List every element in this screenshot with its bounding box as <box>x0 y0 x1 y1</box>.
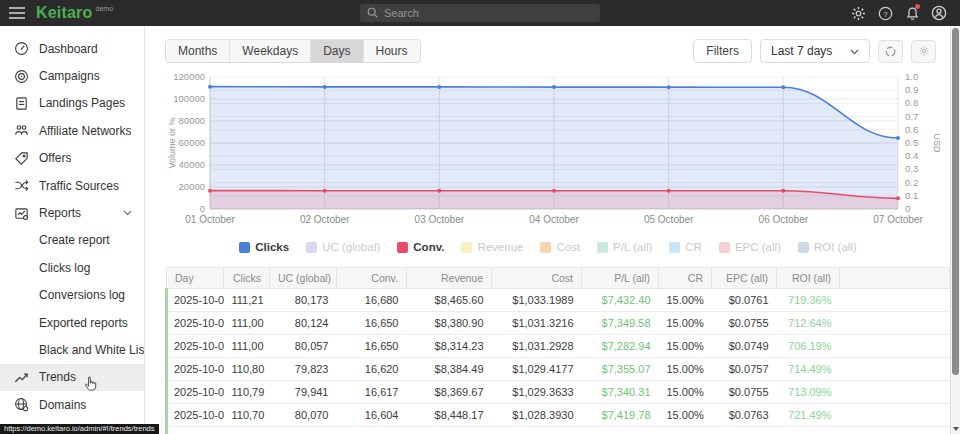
legend-item-clicks[interactable]: Clicks <box>239 241 289 253</box>
cell-epc-all: $0.0757 <box>712 358 777 381</box>
cell-cr: 15.00% <box>659 427 712 434</box>
account-icon[interactable] <box>930 4 948 22</box>
cell-roi-all: 719.36% <box>777 289 840 312</box>
legend-item-conv[interactable]: Conv. <box>397 241 444 253</box>
legend-swatch <box>540 242 551 253</box>
cell-day: 2025-10-06 <box>167 404 224 427</box>
cell-epc-all: $0.0749 <box>712 335 777 358</box>
table-header-row: DayClicksUC (global)Conv.RevenueCostP/L … <box>167 268 950 289</box>
table-row[interactable]: 2025-10-05110,7979,94116,617$8,369.67$1,… <box>167 381 950 404</box>
sidebar-item-traffic-sources[interactable]: Traffic Sources <box>0 172 144 199</box>
sidebar-item-campaigns[interactable]: Campaigns <box>0 62 144 89</box>
cell-day: 2025-10-04 <box>167 358 224 381</box>
scrollbar-down-arrow[interactable] <box>953 427 959 431</box>
logo[interactable]: Keitaro demo <box>36 0 113 26</box>
vertical-scrollbar[interactable] <box>950 26 960 434</box>
campaigns-icon <box>13 68 29 84</box>
cell-uc-global: 46,457 <box>270 427 337 434</box>
cell-epc-all: $0.0763 <box>712 404 777 427</box>
cell-clicks: 110,80 <box>224 358 270 381</box>
sidebar-item-black-and-white-lists[interactable]: Black and White Lists <box>0 336 144 363</box>
sidebar-item-landings-pages[interactable]: Landings Pages <box>0 90 144 117</box>
sidebar-item-label: Domains <box>39 398 86 412</box>
sidebar-item-clicks-log[interactable]: Clicks log <box>0 254 144 281</box>
search-box[interactable] <box>360 4 600 22</box>
toolbar: MonthsWeekdaysDaysHours Filters Last 7 d… <box>165 39 936 63</box>
svg-text:0.6: 0.6 <box>905 124 918 135</box>
menu-icon[interactable] <box>0 0 34 26</box>
chevron-down-icon <box>850 44 859 58</box>
column-header-p-l-all[interactable]: P/L (all) <box>582 268 659 289</box>
trends-icon <box>13 369 29 385</box>
column-header-cost[interactable]: Cost <box>492 268 582 289</box>
date-range-select[interactable]: Last 7 days <box>760 39 870 63</box>
cell-cost: $1,031.2928 <box>492 335 582 358</box>
cell-filler <box>840 289 950 312</box>
filters-button[interactable]: Filters <box>693 39 752 63</box>
tab-weekdays[interactable]: Weekdays <box>230 40 311 62</box>
sidebar-menu: DashboardCampaignsLandings PagesAffiliat… <box>0 35 144 418</box>
tab-hours[interactable]: Hours <box>364 40 420 62</box>
tab-months[interactable]: Months <box>166 40 230 62</box>
sidebar-item-label: Trends <box>39 370 76 384</box>
legend-label: Revenue <box>477 241 523 253</box>
legend-item-p-l-all[interactable]: P/L (all) <box>597 241 652 253</box>
table-row[interactable]: 2025-10-06110,7080,07016,604$8,448.17$1,… <box>167 404 950 427</box>
cell-conv: 16,617 <box>337 381 407 404</box>
legend-item-roi-all[interactable]: ROI (all) <box>798 241 857 253</box>
scrollbar-thumb[interactable] <box>952 28 959 375</box>
search-input[interactable] <box>384 7 584 19</box>
legend-item-uc-global[interactable]: UC (global) <box>306 241 380 253</box>
sidebar-item-exported-reports[interactable]: Exported reports <box>0 309 144 336</box>
refresh-button[interactable] <box>878 40 903 63</box>
cell-roi-all: 712.64% <box>777 312 840 335</box>
svg-text:Volume or %: Volume or % <box>167 117 177 168</box>
svg-text:100000: 100000 <box>173 93 205 104</box>
cell-cost: $1,028.3930 <box>492 404 582 427</box>
table-row[interactable]: 2025-10-03111,0080,05716,650$8,314.23$1,… <box>167 335 950 358</box>
cell-conv: 9,672 <box>337 427 407 434</box>
help-icon[interactable]: ? <box>876 4 894 22</box>
sidebar-item-conversions-log[interactable]: Conversions log <box>0 282 144 309</box>
sidebar-item-label: Affiliate Networks <box>39 124 131 138</box>
column-header-revenue[interactable]: Revenue <box>407 268 492 289</box>
table-row[interactable]: 2025-10-02111,0080,12416,650$8,380.90$1,… <box>167 312 950 335</box>
sidebar-item-dashboard[interactable]: Dashboard <box>0 35 144 62</box>
trends-chart-svg: 02000040000600008000010000012000000.10.2… <box>165 69 940 231</box>
sidebar-item-trends[interactable]: Trends <box>0 364 144 391</box>
sidebar-item-offers[interactable]: Offers <box>0 145 144 172</box>
sidebar-item-affiliate-networks[interactable]: Affiliate Networks <box>0 117 144 144</box>
legend-item-cost[interactable]: Cost <box>540 241 580 253</box>
sidebar-item-label: Conversions log <box>39 288 125 302</box>
column-header-day[interactable]: Day <box>167 268 224 289</box>
period-tabs: MonthsWeekdaysDaysHours <box>165 39 421 63</box>
column-header-clicks[interactable]: Clicks <box>224 268 270 289</box>
legend-item-epc-all[interactable]: EPC (all) <box>719 241 781 253</box>
legend-item-cr[interactable]: CR <box>669 241 702 253</box>
table-row[interactable]: 2025-10-0764,4946,4579,672$4,886.21$597.… <box>167 427 950 434</box>
legend-label: Clicks <box>255 241 289 253</box>
table-row[interactable]: 2025-10-04110,8079,82316,620$8,384.49$1,… <box>167 358 950 381</box>
column-header-epc-all[interactable]: EPC (all) <box>712 268 777 289</box>
sidebar-item-reports[interactable]: Reports <box>0 199 144 226</box>
column-header-roi-all[interactable]: ROI (all) <box>777 268 840 289</box>
cell-filler <box>840 404 950 427</box>
tab-days[interactable]: Days <box>311 40 363 62</box>
gear-icon[interactable] <box>849 4 867 22</box>
table-row[interactable]: 2025-10-01111,2180,17316,680$8,465.60$1,… <box>167 289 950 312</box>
legend-swatch <box>719 242 730 253</box>
sidebar-item-label: Landings Pages <box>39 96 125 110</box>
cell-p-l-all: $7,340.31 <box>582 381 659 404</box>
legend-item-revenue[interactable]: Revenue <box>461 241 523 253</box>
sidebar-item-create-report[interactable]: Create report <box>0 227 144 254</box>
cell-cost: $1,029.3633 <box>492 381 582 404</box>
svg-text:0.8: 0.8 <box>905 97 918 108</box>
column-header-conv[interactable]: Conv. <box>337 268 407 289</box>
column-header-uc-global[interactable]: UC (global) <box>270 268 337 289</box>
sidebar-item-domains[interactable]: Domains <box>0 391 144 418</box>
bell-icon[interactable] <box>903 4 921 22</box>
cell-roi-all: 706.19% <box>777 335 840 358</box>
cell-p-l-all: $4,288.34 <box>582 427 659 434</box>
chart-settings-button[interactable] <box>911 40 936 63</box>
column-header-cr[interactable]: CR <box>659 268 712 289</box>
